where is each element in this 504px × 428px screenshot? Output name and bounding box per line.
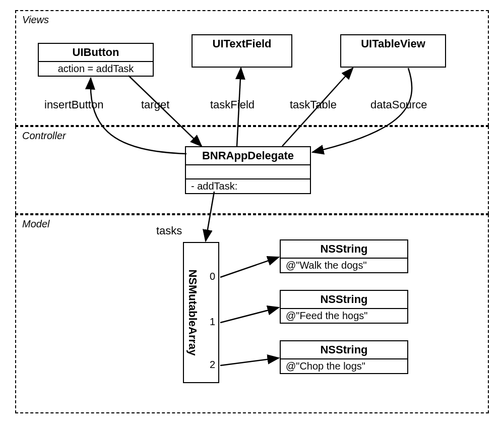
label-tasktable: taskTable: [290, 98, 337, 111]
nsstring-value-2: @"Chop the logs": [281, 359, 407, 373]
nsstring-box-2: NSString @"Chop the logs": [280, 340, 408, 374]
bnrappdelegate-title: BNRAppDelegate: [186, 147, 310, 165]
label-target: target: [141, 98, 169, 111]
model-label: Model: [22, 218, 49, 230]
bnrappdelegate-method: - addTask:: [186, 179, 310, 193]
nsstring-value-1: @"Feed the hogs": [281, 309, 407, 323]
nsstring-title-2: NSString: [281, 341, 407, 359]
uitextfield-box: UITextField: [192, 34, 292, 68]
nsmutablearray-box: NSMutableArray 0 1 2: [183, 242, 219, 383]
label-datasource: dataSource: [370, 98, 427, 111]
controller-label: Controller: [22, 130, 66, 142]
uitextfield-title: UITextField: [193, 35, 291, 52]
label-insertbutton: insertButton: [44, 98, 103, 111]
bnrappdelegate-box: BNRAppDelegate - addTask:: [185, 146, 311, 194]
nsstring-box-1: NSString @"Feed the hogs": [280, 290, 408, 324]
nsmutablearray-title: NSMutableArray: [186, 269, 199, 355]
uitableview-box: UITableView: [340, 34, 446, 68]
nsstring-box-0: NSString @"Walk the dogs": [280, 239, 408, 273]
array-index-2: 2: [210, 359, 215, 371]
label-tasks: tasks: [156, 224, 182, 237]
label-taskfield: taskField: [210, 98, 255, 111]
array-index-1: 1: [210, 316, 215, 328]
nsstring-value-0: @"Walk the dogs": [281, 259, 407, 272]
bnrappdelegate-empty: [186, 165, 310, 178]
nsstring-title-0: NSString: [281, 240, 407, 259]
nsstring-title-1: NSString: [281, 291, 407, 309]
array-index-0: 0: [210, 271, 215, 282]
uitableview-title: UITableView: [341, 35, 445, 52]
views-label: Views: [22, 14, 49, 26]
uibutton-title: UIButton: [39, 44, 153, 62]
model-section: Model: [15, 214, 489, 413]
uibutton-action: action = addTask: [39, 62, 153, 76]
uibutton-box: UIButton action = addTask: [38, 43, 154, 77]
